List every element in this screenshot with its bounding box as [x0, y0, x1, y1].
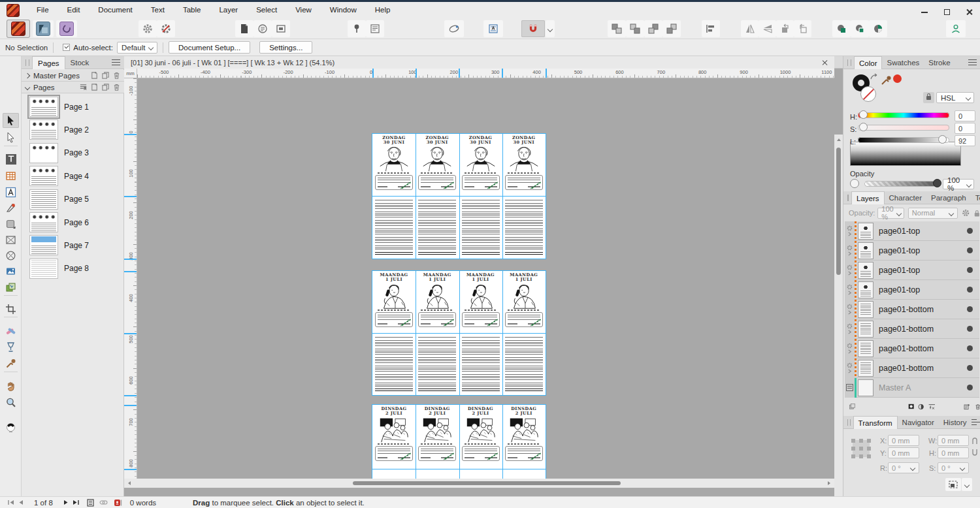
- slider-value[interactable]: 0: [955, 110, 975, 121]
- insert-inside-button[interactable]: [626, 20, 644, 37]
- layer-gear-icon[interactable]: [847, 343, 853, 349]
- transform-mode-button[interactable]: [945, 478, 961, 491]
- layer-row[interactable]: page01-top: [845, 221, 979, 241]
- page-row[interactable]: Page 5: [22, 188, 124, 211]
- section-marker-icon[interactable]: [79, 83, 88, 91]
- duplicate-icon[interactable]: [101, 83, 110, 91]
- picture-frame-rectangle-tool[interactable]: [3, 232, 19, 247]
- layer-thumbnail[interactable]: [858, 340, 874, 357]
- calendar-card[interactable]: DINSDAG2 JULI: [502, 405, 546, 461]
- horizontal-scrollbar[interactable]: [124, 479, 834, 488]
- expand-arrow-icon[interactable]: [25, 84, 30, 89]
- insert-behind-button[interactable]: [608, 20, 626, 37]
- rotate-ccw-button[interactable]: [776, 20, 794, 37]
- shear-field[interactable]: 0 °: [938, 462, 969, 473]
- page-thumbnail[interactable]: [29, 97, 58, 117]
- color-selector-well[interactable]: [3, 419, 19, 434]
- master-pages-section[interactable]: Master Pages: [22, 70, 124, 82]
- preflight-icon[interactable]: [113, 498, 123, 507]
- layer-name[interactable]: page01-bottom: [879, 325, 934, 334]
- calendar-card[interactable]: DINSDAG2 JULI: [416, 405, 459, 461]
- preferences-button[interactable]: [139, 20, 157, 37]
- layer-controls[interactable]: [845, 300, 855, 319]
- h-field[interactable]: 0 mm: [938, 447, 969, 458]
- panel-grip-icon[interactable]: [25, 59, 29, 66]
- asset-tool[interactable]: [3, 280, 19, 295]
- layer-gear-icon[interactable]: [847, 304, 853, 310]
- menu-window[interactable]: Window: [321, 2, 366, 18]
- calendar-card[interactable]: ZONDAG30 JUNI: [416, 134, 459, 190]
- auto-select-dropdown[interactable]: Default: [117, 42, 157, 54]
- color-mode-dropdown[interactable]: HSL: [936, 92, 974, 103]
- menu-edit[interactable]: Edit: [58, 2, 90, 18]
- page-label[interactable]: Page 4: [64, 172, 89, 181]
- layer-gear-icon[interactable]: [847, 225, 853, 231]
- section-manager-button[interactable]: [253, 20, 272, 37]
- tab-history[interactable]: History: [939, 416, 972, 429]
- swap-colors-icon[interactable]: [870, 73, 879, 81]
- layer-name[interactable]: page01-bottom: [879, 364, 934, 373]
- adjustment-layer-icon[interactable]: [918, 402, 924, 411]
- slider-knob[interactable]: [859, 123, 868, 131]
- w-field[interactable]: 0 mm: [938, 435, 969, 446]
- layer-row[interactable]: page01-top: [845, 241, 979, 261]
- panel-menu-icon[interactable]: [972, 419, 977, 425]
- anchor-selector[interactable]: [853, 440, 870, 457]
- zoom-tool[interactable]: [3, 395, 19, 410]
- trash-icon[interactable]: [112, 71, 121, 80]
- page-label[interactable]: Page 3: [64, 148, 89, 157]
- tab-paragraph[interactable]: Paragraph: [926, 191, 971, 204]
- page-label[interactable]: Page 5: [64, 195, 89, 204]
- tab-layers[interactable]: Layers: [851, 191, 885, 204]
- color-picker-tool[interactable]: [3, 356, 19, 371]
- color-slider[interactable]: [858, 125, 949, 131]
- page-spread[interactable]: DINSDAG2 JULIDINSDAG2 JULIDINSDAG2 JULID…: [372, 405, 546, 479]
- layer-controls[interactable]: [845, 339, 855, 358]
- picked-color-swatch[interactable]: [893, 74, 902, 83]
- page-row[interactable]: Page 1: [22, 95, 124, 118]
- slider-value[interactable]: 0: [955, 123, 975, 134]
- persona-publisher[interactable]: [7, 20, 29, 37]
- previous-page-button[interactable]: [16, 498, 26, 507]
- first-page-button[interactable]: [5, 498, 16, 507]
- layer-visibility-toggle[interactable]: [967, 247, 973, 253]
- alignment-button[interactable]: [702, 20, 720, 37]
- scrollbar-thumb[interactable]: [836, 148, 841, 275]
- menu-select[interactable]: Select: [247, 2, 286, 18]
- menu-file[interactable]: File: [27, 2, 58, 18]
- calendar-card[interactable]: DINSDAG2 JULI: [372, 405, 416, 461]
- flip-vertical-button[interactable]: [759, 20, 776, 37]
- flip-horizontal-button[interactable]: [741, 20, 759, 37]
- persona-photo[interactable]: [56, 20, 77, 37]
- text-frame-button[interactable]: [366, 20, 384, 37]
- art-text-tool[interactable]: [3, 185, 19, 200]
- page-row[interactable]: Page 3: [22, 142, 124, 165]
- scroll-right-icon[interactable]: [826, 481, 832, 486]
- tab-color[interactable]: Color: [854, 56, 882, 69]
- opacity-slider-knob[interactable]: [933, 179, 941, 187]
- layer-thumbnail[interactable]: [858, 242, 874, 259]
- delete-layer-icon[interactable]: [975, 402, 980, 411]
- layer-gear-icon[interactable]: [847, 264, 853, 270]
- calendar-card[interactable]: MAANDAG1 JULI: [416, 271, 459, 327]
- lock-button[interactable]: [923, 92, 934, 103]
- view-hand-tool[interactable]: [3, 379, 19, 394]
- tab-navigator[interactable]: Navigator: [898, 416, 939, 429]
- add-page-icon[interactable]: [90, 83, 99, 91]
- add-layer-icon[interactable]: [964, 402, 970, 411]
- vertical-ruler[interactable]: -1000100200300400500600700800: [124, 78, 137, 488]
- layer-visibility-toggle[interactable]: [967, 326, 973, 332]
- tab-close-icon[interactable]: [822, 59, 828, 65]
- layer-gear-icon[interactable]: [847, 323, 853, 329]
- layer-visibility-toggle[interactable]: [967, 365, 973, 371]
- pin-button[interactable]: [348, 20, 366, 37]
- panel-menu-icon[interactable]: [968, 59, 977, 65]
- link-status-icon[interactable]: [99, 498, 109, 507]
- lightness-ramp[interactable]: [850, 142, 961, 166]
- next-page-button[interactable]: [61, 498, 71, 507]
- layer-settings-gear-icon[interactable]: [962, 208, 970, 217]
- tab-text-styles[interactable]: Text Styles: [971, 191, 980, 204]
- move-tool[interactable]: [3, 113, 19, 128]
- node-tool[interactable]: [3, 130, 19, 145]
- page-thumbnail[interactable]: [29, 235, 58, 255]
